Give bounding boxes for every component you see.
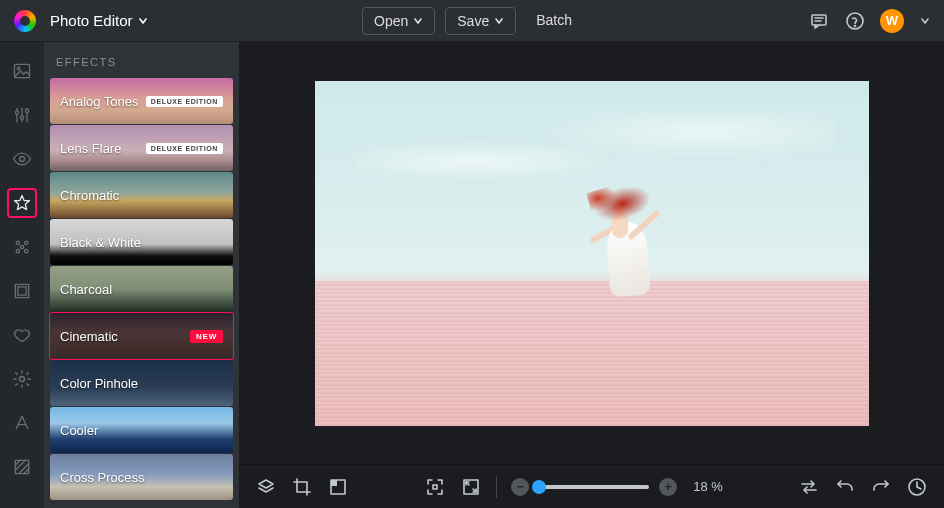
zoom-slider-handle[interactable]: [532, 480, 546, 494]
deluxe-badge: DELUXE EDITION: [146, 96, 223, 107]
image-icon: [12, 61, 32, 81]
chevron-down-icon: [494, 16, 504, 26]
effect-chromatic[interactable]: Chromatic: [50, 172, 233, 218]
rail-texture-tool[interactable]: [7, 452, 37, 482]
comments-button[interactable]: [808, 10, 830, 32]
star-icon: [12, 193, 32, 213]
image-preview[interactable]: [315, 81, 869, 426]
zoom-slider[interactable]: [539, 485, 649, 489]
top-right-controls: W: [808, 9, 930, 33]
effect-label: Cross Process: [60, 470, 145, 485]
effect-charcoal[interactable]: Charcoal: [50, 266, 233, 312]
effect-label: Cooler: [60, 423, 98, 438]
canvas-viewport[interactable]: [239, 42, 944, 464]
effect-analog-tones[interactable]: Analog TonesDELUXE EDITION: [50, 78, 233, 124]
open-button[interactable]: Open: [362, 7, 435, 35]
effect-cooler[interactable]: Cooler: [50, 407, 233, 453]
svg-point-11: [20, 116, 23, 119]
gear-icon: [12, 369, 32, 389]
compare-icon: [799, 477, 819, 497]
svg-rect-21: [18, 287, 26, 295]
effect-color-pinhole[interactable]: Color Pinhole: [50, 360, 233, 406]
effect-black-white[interactable]: Black & White: [50, 219, 233, 265]
rail-settings-tool[interactable]: [7, 364, 37, 394]
effects-panel: EFFECTS Analog TonesDELUXE EDITION Lens …: [44, 42, 239, 508]
svg-point-19: [20, 245, 23, 248]
product-name: Photo Editor: [50, 12, 133, 29]
open-label: Open: [374, 13, 408, 29]
app-logo-icon: [14, 10, 36, 32]
canvas-area: − + 18 %: [239, 42, 944, 508]
svg-rect-0: [812, 15, 826, 25]
svg-point-12: [25, 109, 28, 112]
svg-rect-31: [331, 480, 337, 486]
effect-label: Color Pinhole: [60, 376, 138, 391]
batch-button[interactable]: Batch: [526, 7, 582, 35]
effect-label: Lens Flare: [60, 141, 121, 156]
separator: [496, 476, 497, 498]
canvas-size-button[interactable]: [327, 476, 349, 498]
deluxe-badge: DELUXE EDITION: [146, 143, 223, 154]
chevron-down-icon: [413, 16, 423, 26]
undo-icon: [835, 477, 855, 497]
effect-label: Black & White: [60, 235, 141, 250]
zoom-controls: − + 18 %: [511, 478, 723, 496]
batch-label: Batch: [536, 12, 572, 28]
layers-button[interactable]: [255, 476, 277, 498]
rail-frame-tool[interactable]: [7, 276, 37, 306]
rail-text-tool[interactable]: [7, 408, 37, 438]
svg-point-6: [17, 67, 20, 70]
help-button[interactable]: [844, 10, 866, 32]
chevron-down-icon[interactable]: [920, 16, 930, 26]
speech-bubble-icon: [809, 11, 829, 31]
svg-point-10: [15, 111, 18, 114]
redo-button[interactable]: [870, 476, 892, 498]
zoom-in-button[interactable]: +: [659, 478, 677, 496]
effect-lens-flare[interactable]: Lens FlareDELUXE EDITION: [50, 125, 233, 171]
history-icon: [907, 477, 927, 497]
top-bar: Photo Editor Open Save Batch W: [0, 0, 944, 42]
rail-ai-tool[interactable]: [7, 232, 37, 262]
fit-screen-button[interactable]: [424, 476, 446, 498]
effect-label: Charcoal: [60, 282, 112, 297]
effect-label: Analog Tones: [60, 94, 139, 109]
crop-icon: [292, 477, 312, 497]
redo-icon: [871, 477, 891, 497]
svg-rect-5: [15, 64, 30, 77]
rail-favorites-tool[interactable]: [7, 320, 37, 350]
rail-adjust-tool[interactable]: [7, 100, 37, 130]
rail-image-tool[interactable]: [7, 56, 37, 86]
sliders-icon: [12, 105, 32, 125]
effects-list[interactable]: Analog TonesDELUXE EDITION Lens FlareDEL…: [44, 78, 239, 508]
effect-cross-process[interactable]: Cross Process: [50, 454, 233, 500]
rail-visibility-tool[interactable]: [7, 144, 37, 174]
rail-effects-tool[interactable]: [7, 188, 37, 218]
compare-button[interactable]: [798, 476, 820, 498]
svg-rect-24: [15, 460, 28, 473]
sparkle-nodes-icon: [12, 237, 32, 257]
svg-point-22: [20, 377, 25, 382]
svg-line-25: [15, 460, 20, 465]
image-subject: [554, 178, 684, 308]
svg-rect-32: [433, 485, 437, 489]
save-button[interactable]: Save: [445, 7, 516, 35]
effect-cinematic[interactable]: CinematicNEW: [50, 313, 233, 359]
history-button[interactable]: [906, 476, 928, 498]
top-center-controls: Open Save Batch: [362, 7, 582, 35]
svg-marker-14: [15, 196, 30, 210]
zoom-out-button[interactable]: −: [511, 478, 529, 496]
text-icon: [12, 413, 32, 433]
canvas-size-icon: [328, 477, 348, 497]
new-badge: NEW: [190, 330, 223, 343]
frame-icon: [12, 281, 32, 301]
crop-button[interactable]: [291, 476, 313, 498]
heart-icon: [12, 325, 32, 345]
chevron-down-icon: [138, 16, 148, 26]
user-avatar[interactable]: W: [880, 9, 904, 33]
actual-size-button[interactable]: [460, 476, 482, 498]
undo-button[interactable]: [834, 476, 856, 498]
svg-line-28: [24, 469, 29, 474]
product-switcher[interactable]: Photo Editor: [50, 12, 148, 29]
main-area: EFFECTS Analog TonesDELUXE EDITION Lens …: [0, 42, 944, 508]
texture-icon: [12, 457, 32, 477]
